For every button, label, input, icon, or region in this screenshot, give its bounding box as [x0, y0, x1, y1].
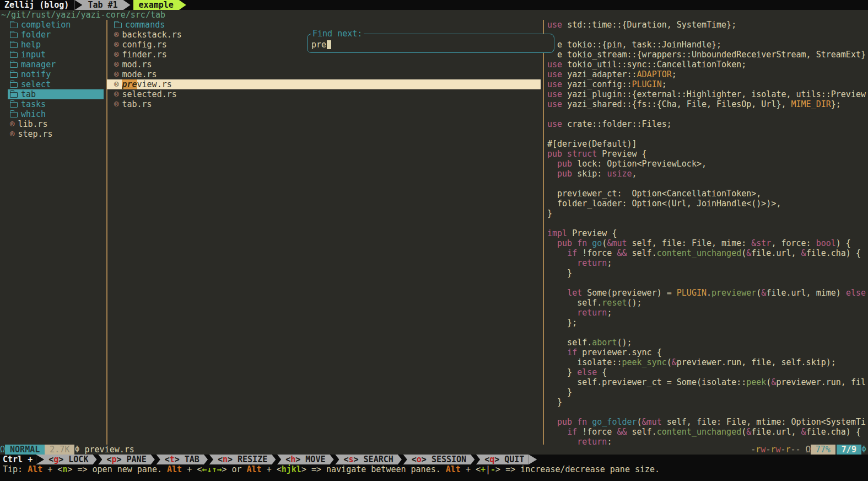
- code-segment: Preview {: [602, 149, 646, 159]
- file-item-label: which: [21, 109, 46, 119]
- file-item[interactable]: ®mod.rs: [107, 60, 541, 70]
- code-segment: ();: [627, 298, 642, 308]
- code-segment: yazi_config::: [567, 79, 632, 89]
- keybar-bracket: >: [422, 455, 432, 464]
- keybar-key: o: [417, 455, 422, 464]
- bottom-padding: [0, 474, 868, 481]
- file-item[interactable]: ®lib.rs: [8, 119, 104, 129]
- file-item-label: folder: [21, 30, 51, 40]
- keybar-bracket: >: [175, 455, 185, 464]
- file-item-label: notify: [21, 70, 51, 79]
- keybar-item-quit[interactable]: <q> QUIT: [480, 455, 529, 464]
- keybar-key: h: [290, 455, 295, 464]
- folder-open-icon: [10, 52, 18, 58]
- folder-open-icon: [10, 62, 18, 68]
- keybar-bracket: <: [218, 455, 223, 464]
- zellij-tab-bar: Zellij (blog) Tab #1 example: [0, 0, 868, 10]
- code-segment: use: [547, 20, 567, 30]
- status-segment: Ω: [806, 445, 811, 455]
- tip-segment: Alt: [28, 464, 42, 474]
- tip-segment: + <: [42, 464, 62, 474]
- file-item[interactable]: ®step.rs: [8, 129, 104, 139]
- find-match-text: pre: [122, 79, 137, 89]
- file-item-label: backstack.rs: [122, 30, 181, 40]
- tab-example-active[interactable]: example: [133, 0, 179, 10]
- file-item-label: config.rs: [122, 40, 166, 50]
- code-segment: [547, 258, 577, 268]
- status-segment: -: [780, 445, 785, 455]
- terminal-screen: Zellij (blog) Tab #1 example ~/git/rust/…: [0, 0, 868, 481]
- file-item[interactable]: notify: [8, 70, 104, 79]
- status-segment: r: [786, 445, 791, 455]
- keybar-bracket: <: [165, 455, 170, 464]
- file-item[interactable]: tab: [8, 89, 104, 99]
- code-segment: #[derive(Default)]: [547, 139, 637, 149]
- find-input-box[interactable]: Find next: pre: [307, 34, 554, 53]
- file-item[interactable]: ®preview.rs: [107, 79, 541, 89]
- code-segment: yazi_shared::{fs::{Cha, File, FilesOp, U…: [567, 99, 791, 109]
- file-item-label: preview.rs: [122, 79, 171, 89]
- code-segment: content_unchanged: [657, 248, 742, 258]
- code-segment: &: [672, 357, 677, 367]
- keybar-item-resize[interactable]: <n> RESIZE: [213, 455, 272, 464]
- tab-1[interactable]: Tab #1: [82, 0, 123, 10]
- file-item[interactable]: help: [8, 40, 104, 50]
- file-item[interactable]: ®tab.rs: [107, 99, 541, 109]
- rust-file-icon: ®: [114, 30, 118, 40]
- code-segment: usize: [607, 169, 632, 179]
- status-left: Ω NORMAL 2.7K Φ preview.rs: [0, 445, 134, 455]
- code-segment: &&: [617, 248, 632, 258]
- tip-segment: ←↓↑→: [202, 464, 222, 474]
- keybar-item-session[interactable]: <o> SESSION: [407, 455, 471, 464]
- keybar-label: LOCK: [68, 455, 88, 464]
- code-segment: self.: [632, 248, 657, 258]
- powerline-separator-icon: [471, 455, 480, 464]
- status-segment: Φ: [861, 445, 866, 455]
- code-segment: self.: [547, 298, 602, 308]
- keybar-key: s: [349, 455, 354, 464]
- code-line: previewer_ct: Option<CancellationToken>,: [547, 189, 761, 199]
- code-line: pub fn go_folder(&mut self, file: File, …: [547, 417, 866, 427]
- file-item[interactable]: ®mode.rs: [107, 70, 541, 79]
- code-segment: ) {: [836, 238, 851, 248]
- file-item[interactable]: completion: [8, 20, 104, 30]
- keybar-item-lock[interactable]: <g> LOCK: [44, 455, 93, 464]
- file-item[interactable]: select: [8, 79, 104, 89]
- status-segment: -: [791, 445, 796, 455]
- keybar-item-search[interactable]: <s> SEARCH: [339, 455, 397, 464]
- powerline-separator-icon: [36, 455, 44, 464]
- session-name: Zellij (blog): [0, 0, 74, 10]
- file-item-label: manager: [21, 60, 56, 70]
- code-segment: if: [567, 348, 582, 357]
- file-item[interactable]: folder: [8, 30, 104, 40]
- code-line: use tokio_util::sync::CancellationToken;: [547, 60, 746, 70]
- keybar-item-pane[interactable]: <p> PANE: [102, 455, 150, 464]
- file-item[interactable]: manager: [8, 60, 104, 70]
- code-segment: use: [547, 99, 567, 109]
- keybar-item-move[interactable]: <h> MOVE: [281, 455, 330, 464]
- keybar-label: QUIT: [504, 455, 524, 464]
- powerline-separator-icon: [74, 0, 82, 10]
- file-item[interactable]: ®selected.rs: [107, 89, 541, 99]
- folder-open-icon: [10, 112, 18, 117]
- code-segment: e tokio::{pin, task::JoinHandle};: [547, 40, 721, 50]
- file-item[interactable]: which: [8, 109, 104, 119]
- code-segment: [547, 238, 557, 248]
- file-item[interactable]: tasks: [8, 99, 104, 109]
- code-segment: ,: [632, 169, 637, 179]
- code-segment: &: [746, 427, 751, 437]
- status-segment: r: [756, 445, 761, 455]
- keybar-label: SESSION: [432, 455, 466, 464]
- find-input[interactable]: pre: [311, 40, 331, 50]
- code-segment: file.url,: [751, 427, 801, 437]
- code-line: return;: [547, 308, 612, 318]
- file-item-label: help: [21, 40, 41, 50]
- keybar-key: p: [111, 455, 116, 464]
- find-input-value: pre: [311, 40, 326, 50]
- current-path: ~/git/rust/yazi/yazi-core/src/tab: [1, 10, 165, 20]
- file-item[interactable]: input: [8, 50, 104, 60]
- code-segment: reset: [602, 298, 627, 308]
- code-segment: return: [577, 308, 607, 318]
- code-line: use std::time::{Duration, SystemTime};: [547, 20, 736, 30]
- keybar-item-tab[interactable]: <t> TAB: [160, 455, 204, 464]
